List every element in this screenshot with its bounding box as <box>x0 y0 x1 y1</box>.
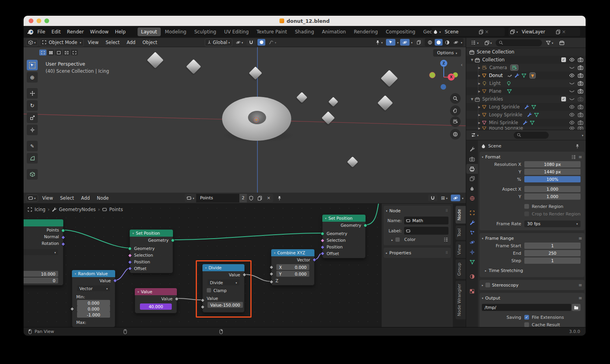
workspace-tab-compositing[interactable]: Compositing <box>382 28 419 36</box>
menu-help[interactable]: Help <box>112 28 129 36</box>
disclosure-icon[interactable]: ▶ <box>476 66 482 70</box>
row-scene-collection[interactable]: Scene Collection <box>466 48 586 56</box>
tab-scene[interactable] <box>466 184 478 193</box>
panel-grip-icon[interactable]: ⠿ <box>445 209 448 213</box>
camera-data-badge[interactable] <box>510 64 518 71</box>
breadcrumb-modifier[interactable]: GeometryNodes <box>59 207 96 212</box>
outliner-display-mode-button[interactable]: ▾ <box>483 40 494 46</box>
row-camera[interactable]: ▶ Camera <box>466 64 586 72</box>
file-extensions-checkbox[interactable]: ✓ <box>524 315 529 320</box>
modifier-wrench-icon[interactable] <box>514 73 519 78</box>
disclosure-icon[interactable]: ▶ <box>476 121 482 125</box>
tab-render[interactable] <box>466 154 478 164</box>
snap-magnet-toggle[interactable] <box>246 39 256 46</box>
density-field[interactable]: ensity10.000 <box>24 271 58 277</box>
eye-icon[interactable] <box>569 104 575 110</box>
node-label-field[interactable] <box>404 227 448 235</box>
tab-node-wrangler[interactable]: Node Wrangler <box>456 281 466 319</box>
collapse-panel-icon[interactable]: ▾ <box>482 297 483 300</box>
tab-material[interactable] <box>466 272 478 281</box>
outliner-editor-type-button[interactable]: ▾ <box>469 39 481 46</box>
geometry-nodes-icon[interactable] <box>534 112 539 117</box>
tab-physics[interactable] <box>466 237 478 247</box>
transform-orientation-dropdown[interactable]: Global ▾ <box>205 39 232 46</box>
menu-edit[interactable]: Edit <box>48 28 64 36</box>
gizmo-x-ball[interactable]: X <box>448 74 455 81</box>
options-button[interactable]: Options ▾ <box>433 49 461 57</box>
node-menu-node[interactable]: Node <box>94 195 112 202</box>
workspace-tab-shading[interactable]: Shading <box>291 28 318 36</box>
tab-node[interactable]: Node <box>456 206 466 224</box>
frame-step-field[interactable]: 1 <box>524 257 581 264</box>
random-type-dropdown[interactable]: Vector▾ <box>77 285 110 291</box>
eye-icon[interactable] <box>569 73 575 78</box>
row-mini-sprinkle[interactable]: ▶ Mini Sprinkle <box>466 119 586 127</box>
shading-rendered-button[interactable] <box>452 39 460 46</box>
breadcrumb-scene[interactable]: Scene <box>488 143 502 149</box>
row-collection[interactable]: ▼ Collection ✓ <box>466 56 586 64</box>
select-mode-new-button[interactable] <box>39 50 46 55</box>
node-menu-select[interactable]: Select <box>57 195 77 202</box>
zoom-button[interactable] <box>450 93 461 104</box>
select-box-tool[interactable] <box>27 60 38 70</box>
tab-object-data[interactable] <box>466 257 478 267</box>
row-round-sprinkle[interactable]: ▶ Round Sprinkle <box>466 127 586 130</box>
proportional-edit-toggle[interactable] <box>257 39 265 46</box>
collapse-panel-icon[interactable]: ▾ <box>482 156 483 159</box>
workspace-tab-modeling[interactable]: Modeling <box>162 28 190 36</box>
ortho-toggle-button[interactable] <box>450 129 461 140</box>
geometry-nodes-icon[interactable] <box>507 89 512 94</box>
time-stretching-label[interactable]: Time Stretching <box>489 268 523 273</box>
geometry-nodes-icon[interactable] <box>530 120 535 125</box>
node-name-field[interactable]: Math <box>404 217 448 224</box>
light-data-icon[interactable] <box>506 81 511 86</box>
disclosure-icon[interactable]: ▶ <box>476 105 482 109</box>
snap-target-button[interactable]: ▾ <box>234 39 245 46</box>
color-checkbox[interactable] <box>395 237 400 242</box>
modifier-wrench-icon[interactable] <box>524 105 529 109</box>
tab-group[interactable]: Group <box>456 259 466 279</box>
socket-geometry-out[interactable] <box>171 239 175 242</box>
crop-checkbox[interactable] <box>524 211 529 216</box>
panel-grip-icon[interactable]: ⠿ <box>445 251 448 255</box>
workspace-tab-texture-paint[interactable]: Texture Paint <box>253 28 290 36</box>
camera-render-icon[interactable] <box>578 88 583 94</box>
eye-icon[interactable] <box>569 127 575 130</box>
eye-closed-icon[interactable] <box>569 88 575 94</box>
stereoscopy-checkbox[interactable] <box>485 283 490 287</box>
disclosure-icon[interactable]: ▶ <box>476 90 482 93</box>
disclosure-icon[interactable]: ▶ <box>476 127 482 130</box>
render-region-checkbox[interactable] <box>524 204 529 209</box>
xray-toggle[interactable] <box>414 39 423 46</box>
select-mode-extend-button[interactable] <box>47 50 54 55</box>
viewport-menu-add[interactable]: Add <box>124 39 138 46</box>
color-presets-icon[interactable] <box>443 237 448 242</box>
unlink-node-tree-button[interactable]: × <box>264 195 273 200</box>
disclosure-icon[interactable]: ▶ <box>476 113 482 117</box>
tab-tool[interactable]: Tool <box>456 225 466 240</box>
socket-geometry-out[interactable] <box>364 224 367 227</box>
expand-panel-icon[interactable]: ▸ <box>482 284 483 287</box>
new-collection-button[interactable] <box>557 39 566 46</box>
geometry-nodes-icon[interactable] <box>522 73 526 78</box>
tab-world[interactable] <box>466 193 478 203</box>
new-viewlayer-icon[interactable] <box>556 29 560 34</box>
camera-render-icon[interactable] <box>578 81 583 86</box>
annotate-tool[interactable]: ✎ <box>27 141 38 151</box>
seed-field[interactable]: eed0 <box>24 278 58 283</box>
gizmo-z-ball[interactable]: Z <box>440 60 447 67</box>
collapse-node-icon[interactable]: ▾ <box>274 252 276 255</box>
pin-id-button[interactable] <box>575 144 580 149</box>
scale-tool[interactable] <box>27 112 38 123</box>
tab-view[interactable]: View <box>456 241 466 258</box>
row-long-sprinkle[interactable]: ▶ Long Sprinkle <box>466 103 586 111</box>
select-mode-invert-button[interactable] <box>63 50 70 55</box>
node-value[interactable]: ▾Value Value 40.000 <box>135 288 177 313</box>
unlink-scene-icon[interactable]: × <box>485 29 489 35</box>
tab-particles[interactable] <box>466 228 478 237</box>
shading-wireframe-button[interactable] <box>426 39 434 46</box>
node-snap-mode-button[interactable]: ⊞ ▾ <box>439 195 450 202</box>
shading-material-button[interactable] <box>443 39 451 46</box>
transform-tool[interactable] <box>27 125 38 135</box>
eye-closed-icon[interactable] <box>569 81 575 86</box>
